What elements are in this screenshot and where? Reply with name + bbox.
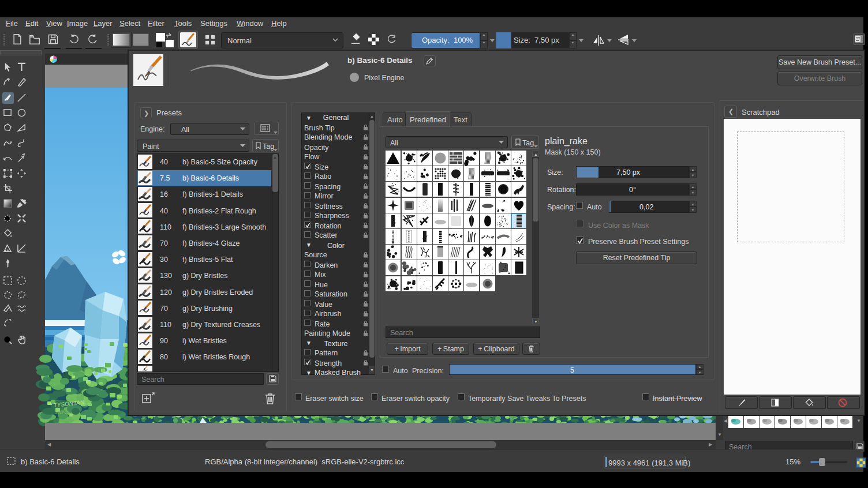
- svg-text:2017-12: 2017-12: [55, 410, 69, 414]
